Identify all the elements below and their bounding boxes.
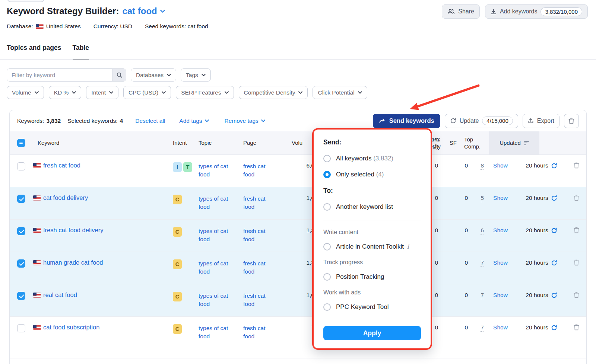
- keyword-link[interactable]: real cat food: [43, 291, 77, 298]
- deselect-all-link[interactable]: Deselect all: [135, 118, 165, 124]
- page-link[interactable]: fresh cat food: [243, 292, 272, 308]
- topic-link[interactable]: types of cat food: [199, 162, 228, 178]
- show-link[interactable]: Show: [493, 227, 508, 234]
- keyword-link[interactable]: cat food delivery: [43, 194, 88, 201]
- radio-button[interactable]: [323, 243, 331, 250]
- chevron-down-icon: [298, 91, 302, 94]
- filter-kd[interactable]: KD %: [49, 86, 82, 99]
- intent-badge-c[interactable]: C: [173, 259, 182, 269]
- show-link[interactable]: Show: [493, 195, 508, 201]
- filter-cpc-usd[interactable]: CPC (USD): [123, 86, 171, 99]
- row-checkbox[interactable]: [17, 324, 25, 332]
- row-checkbox[interactable]: [17, 259, 25, 268]
- page-link[interactable]: fresh cat food: [243, 162, 272, 178]
- select-all-checkbox[interactable]: [17, 139, 25, 147]
- refresh-icon[interactable]: [551, 325, 557, 331]
- refresh-icon[interactable]: [551, 163, 557, 169]
- apply-button[interactable]: Apply: [323, 326, 421, 340]
- com-density-value: 0: [438, 252, 468, 284]
- header-top-comp[interactable]: TopComp.: [457, 131, 489, 154]
- us-flag-icon: [36, 24, 44, 29]
- intent-badge-c[interactable]: C: [173, 292, 182, 301]
- info-icon[interactable]: i: [407, 243, 409, 250]
- serp-features-value[interactable]: 5: [481, 195, 484, 202]
- header-cpc-truncated[interactable]: PC D): [432, 131, 440, 154]
- page-link[interactable]: fresh cat food: [243, 227, 272, 243]
- header-intent[interactable]: Intent: [170, 131, 196, 154]
- serp-features-value[interactable]: 7: [481, 259, 484, 267]
- topic-link[interactable]: types of cat food: [199, 259, 228, 275]
- serp-features-value[interactable]: 8: [481, 162, 484, 170]
- row-delete-button[interactable]: [574, 324, 579, 331]
- filter-databases[interactable]: Databases: [131, 68, 176, 82]
- topic-link[interactable]: types of cat food: [199, 292, 228, 308]
- filter-click-potential[interactable]: Click Potential: [313, 86, 367, 99]
- intent-badge-c[interactable]: C: [173, 324, 182, 334]
- refresh-icon[interactable]: [551, 260, 557, 266]
- filter-tags[interactable]: Tags: [181, 68, 211, 82]
- radio-button[interactable]: [323, 171, 331, 178]
- refresh-icon[interactable]: [551, 195, 557, 201]
- header-page[interactable]: Page: [241, 131, 287, 154]
- intent-badge-t[interactable]: T: [183, 162, 192, 172]
- header-sf[interactable]: SF: [441, 131, 457, 154]
- refresh-icon[interactable]: [551, 292, 557, 298]
- show-link[interactable]: Show: [493, 162, 508, 169]
- header-topic[interactable]: Topic: [196, 131, 241, 154]
- add-tags-link[interactable]: Add tags: [179, 118, 209, 124]
- intent-badge-i[interactable]: I: [173, 162, 182, 172]
- update-button[interactable]: Update 4/15,000: [445, 114, 518, 128]
- row-delete-button[interactable]: [574, 292, 579, 298]
- send-keywords-button[interactable]: Send keywords: [373, 114, 440, 128]
- filter-volume[interactable]: Volume: [7, 86, 44, 99]
- updated-value: 20 hours: [526, 227, 548, 234]
- page-link[interactable]: fresh cat food: [243, 195, 272, 211]
- row-checkbox[interactable]: [17, 292, 25, 300]
- serp-features-value[interactable]: 6: [481, 227, 484, 234]
- radio-button[interactable]: [323, 303, 331, 311]
- show-link[interactable]: Show: [493, 324, 508, 331]
- topic-link[interactable]: types of cat food: [199, 227, 228, 243]
- keyword-link[interactable]: human grade cat food: [43, 259, 103, 266]
- intent-badge-c[interactable]: C: [173, 195, 182, 204]
- filter-serp-features[interactable]: SERP Features: [176, 86, 234, 99]
- keyword-filter-input[interactable]: [7, 69, 112, 81]
- header-volume-truncated[interactable]: Volu: [292, 131, 302, 154]
- keyword-link[interactable]: fresh cat food: [43, 162, 80, 169]
- show-link[interactable]: Show: [493, 259, 508, 266]
- row-delete-button[interactable]: [574, 162, 579, 169]
- row-delete-button[interactable]: [574, 195, 579, 201]
- radio-button[interactable]: [323, 155, 331, 162]
- row-checkbox[interactable]: [17, 162, 25, 170]
- radio-button[interactable]: [323, 203, 331, 211]
- serp-features-value[interactable]: 7: [481, 292, 484, 299]
- row-checkbox[interactable]: [17, 227, 25, 235]
- add-keywords-button[interactable]: Add keywords 3,832/10,000: [485, 4, 588, 19]
- header-updated[interactable]: Updated: [489, 131, 539, 154]
- search-button[interactable]: [112, 69, 126, 81]
- delete-list-button[interactable]: [564, 114, 579, 128]
- filter-intent[interactable]: Intent: [86, 86, 118, 99]
- header-keyword[interactable]: Keyword: [31, 131, 170, 154]
- tab-table[interactable]: Table: [73, 44, 89, 55]
- share-button[interactable]: Share: [442, 4, 480, 19]
- serp-features-value[interactable]: 7: [481, 324, 484, 332]
- topic-link[interactable]: types of cat food: [199, 195, 228, 211]
- keyword-link[interactable]: fresh cat food delivery: [43, 227, 103, 234]
- page-link[interactable]: fresh cat food: [243, 259, 272, 275]
- tab-topics-and-pages[interactable]: Topics and pages: [7, 44, 61, 55]
- refresh-icon[interactable]: [551, 227, 557, 234]
- export-button[interactable]: Export: [523, 114, 559, 128]
- page-link[interactable]: fresh cat food: [243, 324, 272, 340]
- row-checkbox[interactable]: [17, 195, 25, 203]
- row-delete-button[interactable]: [574, 227, 579, 233]
- remove-tags-link[interactable]: Remove tags: [225, 118, 265, 124]
- row-delete-button[interactable]: [574, 259, 579, 266]
- filter-competitive-density[interactable]: Competitive Density: [239, 86, 308, 99]
- show-link[interactable]: Show: [493, 292, 508, 298]
- intent-badge-c[interactable]: C: [173, 227, 182, 237]
- project-selector[interactable]: cat food: [122, 6, 165, 16]
- radio-button[interactable]: [323, 273, 331, 281]
- topic-link[interactable]: types of cat food: [199, 324, 228, 340]
- keyword-link[interactable]: cat food subscription: [43, 324, 99, 331]
